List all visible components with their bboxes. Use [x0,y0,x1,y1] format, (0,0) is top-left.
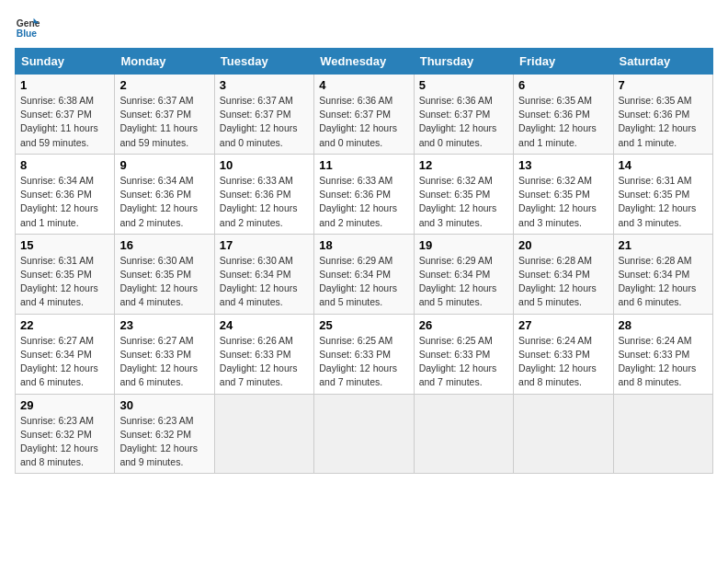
day-number: 28 [619,318,708,332]
day-info: Sunrise: 6:24 AMSunset: 6:33 PMDaylight:… [518,334,608,390]
header-saturday: Saturday [613,49,712,75]
table-cell: 5Sunrise: 6:36 AMSunset: 6:37 PMDaylight… [414,75,513,155]
day-info: Sunrise: 6:25 AMSunset: 6:33 PMDaylight:… [419,334,508,390]
header-friday: Friday [514,49,613,75]
day-number: 7 [619,78,708,92]
table-cell: 15Sunrise: 6:31 AMSunset: 6:35 PMDayligh… [16,234,115,314]
day-info: Sunrise: 6:30 AMSunset: 6:35 PMDaylight:… [119,254,209,310]
table-cell: 27Sunrise: 6:24 AMSunset: 6:33 PMDayligh… [514,314,613,394]
day-info: Sunrise: 6:36 AMSunset: 6:37 PMDaylight:… [419,94,508,150]
table-row: 15Sunrise: 6:31 AMSunset: 6:35 PMDayligh… [16,234,713,314]
day-info: Sunrise: 6:37 AMSunset: 6:37 PMDaylight:… [220,94,309,150]
table-cell: 22Sunrise: 6:27 AMSunset: 6:34 PMDayligh… [16,314,115,394]
table-cell [214,394,313,474]
table-cell: 16Sunrise: 6:30 AMSunset: 6:35 PMDayligh… [115,234,214,314]
table-cell: 10Sunrise: 6:33 AMSunset: 6:36 PMDayligh… [214,154,313,234]
day-info: Sunrise: 6:28 AMSunset: 6:34 PMDaylight:… [619,254,708,310]
day-info: Sunrise: 6:31 AMSunset: 6:35 PMDaylight:… [20,254,109,310]
day-number: 2 [119,78,209,92]
day-info: Sunrise: 6:33 AMSunset: 6:36 PMDaylight:… [220,174,309,230]
calendar-table: Sunday Monday Tuesday Wednesday Thursday… [15,48,713,474]
day-info: Sunrise: 6:29 AMSunset: 6:34 PMDaylight:… [319,254,408,310]
header-monday: Monday [115,49,214,75]
day-number: 25 [319,318,408,332]
day-info: Sunrise: 6:35 AMSunset: 6:36 PMDaylight:… [518,94,608,150]
table-cell: 2Sunrise: 6:37 AMSunset: 6:37 PMDaylight… [115,75,214,155]
table-row: 1Sunrise: 6:38 AMSunset: 6:37 PMDaylight… [16,75,713,155]
day-info: Sunrise: 6:38 AMSunset: 6:37 PMDaylight:… [20,94,109,150]
day-number: 8 [20,158,109,172]
day-number: 9 [119,158,209,172]
day-number: 4 [319,78,408,92]
day-info: Sunrise: 6:28 AMSunset: 6:34 PMDaylight:… [518,254,608,310]
day-number: 3 [220,78,309,92]
svg-text:General: General [17,18,40,29]
day-info: Sunrise: 6:33 AMSunset: 6:36 PMDaylight:… [319,174,408,230]
table-cell: 3Sunrise: 6:37 AMSunset: 6:37 PMDaylight… [214,75,313,155]
table-cell: 19Sunrise: 6:29 AMSunset: 6:34 PMDayligh… [414,234,513,314]
table-row: 8Sunrise: 6:34 AMSunset: 6:36 PMDaylight… [16,154,713,234]
table-cell: 30Sunrise: 6:23 AMSunset: 6:32 PMDayligh… [115,394,214,474]
day-info: Sunrise: 6:24 AMSunset: 6:33 PMDaylight:… [619,334,708,390]
header-tuesday: Tuesday [214,49,313,75]
day-number: 29 [20,398,109,412]
day-info: Sunrise: 6:34 AMSunset: 6:36 PMDaylight:… [119,174,209,230]
day-info: Sunrise: 6:32 AMSunset: 6:35 PMDaylight:… [518,174,608,230]
header-sunday: Sunday [16,49,115,75]
logo-icon: General Blue [15,15,40,40]
day-number: 10 [220,158,309,172]
day-info: Sunrise: 6:25 AMSunset: 6:33 PMDaylight:… [319,334,408,390]
table-cell: 25Sunrise: 6:25 AMSunset: 6:33 PMDayligh… [314,314,414,394]
day-number: 5 [419,78,508,92]
table-cell: 23Sunrise: 6:27 AMSunset: 6:33 PMDayligh… [115,314,214,394]
table-cell: 17Sunrise: 6:30 AMSunset: 6:34 PMDayligh… [214,234,313,314]
svg-text:Blue: Blue [17,29,38,39]
day-number: 15 [20,238,109,252]
day-number: 21 [619,238,708,252]
day-number: 19 [419,238,508,252]
day-number: 12 [419,158,508,172]
table-cell: 8Sunrise: 6:34 AMSunset: 6:36 PMDaylight… [16,154,115,234]
day-info: Sunrise: 6:23 AMSunset: 6:32 PMDaylight:… [119,414,209,470]
table-cell [414,394,513,474]
table-cell: 11Sunrise: 6:33 AMSunset: 6:36 PMDayligh… [314,154,414,234]
table-cell: 21Sunrise: 6:28 AMSunset: 6:34 PMDayligh… [613,234,712,314]
table-cell: 12Sunrise: 6:32 AMSunset: 6:35 PMDayligh… [414,154,513,234]
table-cell [613,394,712,474]
day-number: 14 [619,158,708,172]
table-cell: 29Sunrise: 6:23 AMSunset: 6:32 PMDayligh… [16,394,115,474]
day-info: Sunrise: 6:27 AMSunset: 6:34 PMDaylight:… [20,334,109,390]
logo: General Blue [15,15,44,40]
day-info: Sunrise: 6:32 AMSunset: 6:35 PMDaylight:… [419,174,508,230]
day-number: 20 [518,238,608,252]
table-cell: 26Sunrise: 6:25 AMSunset: 6:33 PMDayligh… [414,314,513,394]
table-cell: 6Sunrise: 6:35 AMSunset: 6:36 PMDaylight… [514,75,613,155]
day-info: Sunrise: 6:29 AMSunset: 6:34 PMDaylight:… [419,254,508,310]
day-info: Sunrise: 6:26 AMSunset: 6:33 PMDaylight:… [220,334,309,390]
header-wednesday: Wednesday [314,49,414,75]
header-row: Sunday Monday Tuesday Wednesday Thursday… [16,49,713,75]
day-number: 23 [119,318,209,332]
day-number: 13 [518,158,608,172]
day-info: Sunrise: 6:31 AMSunset: 6:35 PMDaylight:… [619,174,708,230]
header-thursday: Thursday [414,49,513,75]
day-number: 6 [518,78,608,92]
day-info: Sunrise: 6:34 AMSunset: 6:36 PMDaylight:… [20,174,109,230]
day-number: 1 [20,78,109,92]
table-cell: 20Sunrise: 6:28 AMSunset: 6:34 PMDayligh… [514,234,613,314]
day-info: Sunrise: 6:36 AMSunset: 6:37 PMDaylight:… [319,94,408,150]
day-number: 30 [119,398,209,412]
table-cell: 1Sunrise: 6:38 AMSunset: 6:37 PMDaylight… [16,75,115,155]
day-number: 22 [20,318,109,332]
day-info: Sunrise: 6:23 AMSunset: 6:32 PMDaylight:… [20,414,109,470]
day-number: 26 [419,318,508,332]
table-cell: 14Sunrise: 6:31 AMSunset: 6:35 PMDayligh… [613,154,712,234]
page-header: General Blue [15,15,713,40]
day-info: Sunrise: 6:27 AMSunset: 6:33 PMDaylight:… [119,334,209,390]
table-cell: 13Sunrise: 6:32 AMSunset: 6:35 PMDayligh… [514,154,613,234]
table-row: 22Sunrise: 6:27 AMSunset: 6:34 PMDayligh… [16,314,713,394]
table-cell [314,394,414,474]
day-number: 18 [319,238,408,252]
day-info: Sunrise: 6:35 AMSunset: 6:36 PMDaylight:… [619,94,708,150]
day-number: 27 [518,318,608,332]
